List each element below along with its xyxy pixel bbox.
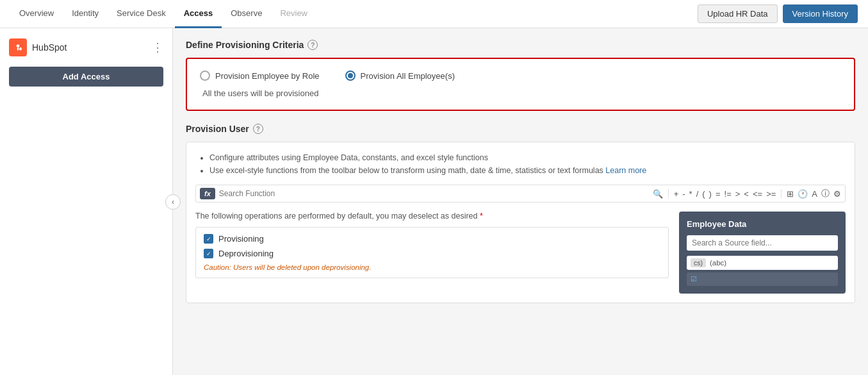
close-paren-icon[interactable]: ) bbox=[709, 189, 712, 199]
checkbox-deprovisioning-row: ✓ Deprovisioning bbox=[204, 249, 660, 258]
nav-service-desk[interactable]: Service Desk bbox=[108, 0, 175, 28]
hubspot-icon bbox=[9, 38, 27, 56]
fx-badge: fx bbox=[200, 188, 215, 199]
nav-access[interactable]: Access bbox=[175, 0, 222, 28]
operations-description: The following operations are performed b… bbox=[195, 212, 669, 221]
radio-label-all: Provision All Employee(s) bbox=[361, 71, 455, 81]
greater-than-icon[interactable]: > bbox=[735, 189, 741, 199]
check-icon-2: ✓ bbox=[206, 251, 211, 257]
operations-box: ✓ Provisioning ✓ Deprovisioning Caution:… bbox=[195, 227, 669, 278]
toolbar-separator-1 bbox=[668, 189, 669, 198]
sidebar-header: HubSpot ⋮ bbox=[9, 38, 163, 56]
checkbox-deprovisioning-label: Deprovisioning bbox=[218, 249, 274, 258]
main-layout: HubSpot ⋮ Add Access ‹ Define Provisioni… bbox=[0, 28, 868, 375]
check-icon: ✓ bbox=[206, 236, 211, 242]
toolbar-icons: 🔍 + - * / ( ) = != > < <= >= ⊞ 🕐 bbox=[653, 188, 841, 199]
upload-hr-data-button[interactable]: Upload HR Data bbox=[698, 4, 778, 23]
main-content: Define Provisioning Criteria ? Provision… bbox=[173, 28, 868, 375]
nav-actions: Upload HR Data Version History bbox=[698, 4, 858, 23]
provision-user-help-icon[interactable]: ? bbox=[253, 124, 263, 134]
equals-icon[interactable]: = bbox=[716, 189, 721, 199]
top-nav: Overview Identity Service Desk Access Ob… bbox=[0, 0, 868, 28]
less-equals-icon[interactable]: <= bbox=[753, 189, 762, 199]
bullet-item-1: Configure attributes using Employee Data… bbox=[209, 151, 846, 164]
toolbar-separator-2 bbox=[781, 189, 782, 198]
open-paren-icon[interactable]: ( bbox=[702, 189, 705, 199]
greater-equals-icon[interactable]: >= bbox=[766, 189, 776, 199]
radio-provision-all[interactable]: Provision All Employee(s) bbox=[345, 71, 455, 81]
employee-data-row-bottom: ☑ bbox=[687, 272, 838, 286]
provision-user-box: Configure attributes using Employee Data… bbox=[186, 142, 855, 303]
clock-icon[interactable]: 🕐 bbox=[798, 189, 808, 199]
version-history-button[interactable]: Version History bbox=[783, 4, 858, 23]
employee-data-row: cs) (abc) bbox=[687, 256, 838, 270]
settings-icon[interactable]: ⚙ bbox=[833, 189, 841, 199]
operations-left: The following operations are performed b… bbox=[195, 212, 669, 294]
grid-icon[interactable]: ⊞ bbox=[787, 189, 794, 199]
font-icon[interactable]: A bbox=[812, 189, 817, 199]
bullet-list: Configure attributes using Employee Data… bbox=[195, 151, 846, 177]
plus-icon[interactable]: + bbox=[674, 189, 679, 199]
criteria-box: Provision Employee by Role Provision All… bbox=[186, 58, 855, 111]
info-icon[interactable]: ⓘ bbox=[821, 188, 830, 199]
svg-point-0 bbox=[17, 44, 20, 47]
hubspot-logo: HubSpot bbox=[9, 38, 67, 56]
emp-check-icon: ☑ bbox=[691, 275, 697, 283]
checkbox-deprovisioning[interactable]: ✓ bbox=[204, 249, 213, 258]
provision-description: All the users will be provisioned bbox=[200, 88, 841, 98]
radio-provision-by-role[interactable]: Provision Employee by Role bbox=[200, 71, 320, 81]
search-function-input[interactable] bbox=[219, 189, 651, 198]
bullet-item-2: Use excel-style functions from the toolb… bbox=[209, 164, 846, 177]
checkbox-provisioning-label: Provisioning bbox=[218, 234, 264, 244]
app-name: HubSpot bbox=[32, 42, 67, 53]
learn-more-link[interactable]: Learn more bbox=[605, 166, 646, 175]
chevron-left-icon: ‹ bbox=[172, 197, 174, 206]
minus-icon[interactable]: - bbox=[682, 189, 685, 199]
search-icon[interactable]: 🔍 bbox=[653, 189, 663, 199]
checkbox-provisioning-row: ✓ Provisioning bbox=[204, 234, 660, 244]
not-equals-icon[interactable]: != bbox=[725, 189, 732, 199]
sidebar: HubSpot ⋮ Add Access ‹ bbox=[0, 28, 173, 375]
function-toolbar: fx 🔍 + - * / ( ) = != > < <= >= bbox=[195, 185, 846, 203]
caution-text: Caution: Users will be deleted upon depr… bbox=[204, 263, 660, 271]
emp-row-label: (abc) bbox=[710, 259, 726, 267]
nav-overview[interactable]: Overview bbox=[10, 0, 63, 28]
nav-review: Review bbox=[271, 0, 316, 28]
divide-icon[interactable]: / bbox=[696, 189, 699, 199]
radio-label-role: Provision Employee by Role bbox=[215, 71, 320, 81]
define-provisioning-title: Define Provisioning Criteria ? bbox=[186, 40, 855, 50]
less-than-icon[interactable]: < bbox=[744, 189, 749, 199]
sidebar-more-icon[interactable]: ⋮ bbox=[152, 40, 163, 54]
required-marker: * bbox=[480, 212, 483, 221]
define-provisioning-help-icon[interactable]: ? bbox=[307, 40, 318, 50]
nav-observe[interactable]: Observe bbox=[222, 0, 271, 28]
radio-circle-role bbox=[200, 71, 210, 81]
sidebar-collapse-button[interactable]: ‹ bbox=[165, 194, 181, 210]
emp-tag: cs) bbox=[691, 258, 706, 267]
employee-data-title: Employee Data bbox=[687, 219, 838, 229]
employee-data-search[interactable] bbox=[687, 235, 838, 251]
radio-row: Provision Employee by Role Provision All… bbox=[200, 71, 841, 81]
add-access-button[interactable]: Add Access bbox=[9, 67, 163, 87]
provision-user-title: Provision User ? bbox=[186, 124, 855, 134]
nav-identity[interactable]: Identity bbox=[63, 0, 108, 28]
svg-rect-1 bbox=[17, 47, 19, 51]
checkbox-provisioning[interactable]: ✓ bbox=[204, 234, 213, 244]
radio-circle-all bbox=[345, 71, 356, 81]
svg-rect-3 bbox=[20, 47, 21, 49]
employee-data-panel: Employee Data cs) (abc) ☑ bbox=[679, 212, 846, 294]
radio-inner-dot bbox=[348, 73, 353, 78]
nav-items: Overview Identity Service Desk Access Ob… bbox=[10, 0, 698, 28]
operations-section: The following operations are performed b… bbox=[195, 212, 846, 294]
multiply-icon[interactable]: * bbox=[689, 189, 692, 199]
